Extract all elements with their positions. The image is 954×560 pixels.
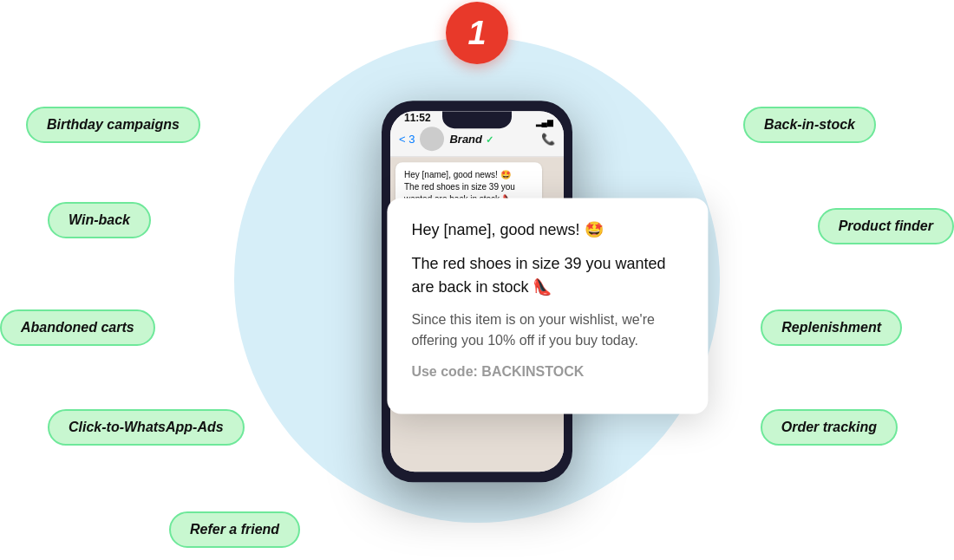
wa-call-icon[interactable]: 📞 (541, 133, 555, 146)
phone-time: 11:52 (404, 112, 431, 124)
pill-replenishment: Replenishment (761, 309, 902, 346)
pill-win-back: Win-back (48, 202, 151, 238)
pill-abandoned-carts: Abandoned carts (0, 309, 155, 346)
status-bar: 11:52 ▂▄▆ (390, 111, 564, 121)
badge-number: 1 (467, 15, 486, 52)
pill-product-finder: Product finder (818, 208, 954, 244)
message-line4: Use code: BACKINSTOCK (411, 361, 683, 382)
message-line2: The red shoes in size 39 you wanted are … (411, 252, 683, 299)
pill-refer-a-friend: Refer a friend (169, 511, 300, 548)
floating-message-card: Hey [name], good news! 🤩 The red shoes i… (387, 198, 708, 413)
pill-back-in-stock: Back-in-stock (743, 107, 876, 143)
pill-order-tracking: Order tracking (761, 409, 898, 446)
signal-area: ▂▄▆ (536, 118, 553, 127)
message-line3: Since this item is on your wishlist, we'… (411, 309, 683, 351)
signal-bars: ▂▄▆ (536, 118, 553, 127)
scene: 1 11:52 ▂▄▆ < 3 Brand ✓ 📞 (0, 0, 954, 560)
wa-back-button[interactable]: < 3 (399, 133, 415, 146)
wa-verified-icon: ✓ (486, 134, 493, 145)
chat-line1: Hey [name], good news! 🤩 (404, 169, 533, 181)
pill-click-to-whatsapp-ads: Click-to-WhatsApp-Ads (48, 409, 245, 446)
notification-badge: 1 (446, 2, 508, 64)
wa-avatar (420, 127, 444, 151)
pill-birthday-campaigns: Birthday campaigns (26, 107, 200, 143)
wa-contact-name: Brand ✓ (449, 133, 536, 146)
message-line1: Hey [name], good news! 🤩 (411, 218, 683, 242)
phone-notch (442, 111, 512, 128)
